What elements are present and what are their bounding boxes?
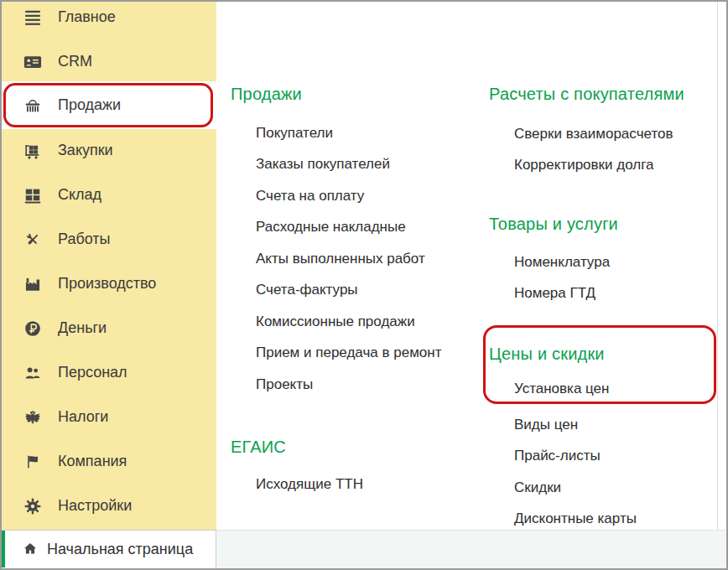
sidebar-item-jobs[interactable]: Работы xyxy=(2,217,216,262)
active-tab-accent xyxy=(2,531,5,567)
people-icon xyxy=(23,364,42,382)
menu-item-work-acts[interactable]: Акты выполненных работ xyxy=(256,243,441,275)
sidebar-item-label: Налоги xyxy=(58,395,108,439)
sidebar-item-label: Настройки xyxy=(58,484,132,528)
section-items-sales: Покупатели Заказы покупателей Счета на о… xyxy=(256,117,441,401)
crm-card-icon xyxy=(23,53,42,71)
basket-icon xyxy=(23,96,42,115)
menu-item-reconciliations[interactable]: Сверки взаиморасчетов xyxy=(514,118,673,150)
section-header-sales: Продажи xyxy=(231,79,302,109)
sidebar-item-settings[interactable]: Настройки xyxy=(2,484,216,528)
flag-icon xyxy=(23,453,42,471)
section-header-egais: ЕГАИС xyxy=(231,432,286,462)
cart-icon xyxy=(23,142,42,160)
home-page-label: Начальная страница xyxy=(47,531,193,567)
section-items-egais: Исходящие ТТН xyxy=(256,469,363,500)
sidebar-item-label: Продажи xyxy=(58,81,121,129)
taskbar-empty-area xyxy=(216,530,726,568)
sidebar-item-label: Производство xyxy=(58,262,156,306)
menu-item-commission-sales[interactable]: Комиссионные продажи xyxy=(256,306,441,338)
menu-item-gtd-numbers[interactable]: Номера ГТД xyxy=(514,278,610,310)
tools-icon xyxy=(23,231,42,249)
menu-item-invoices-for-payment[interactable]: Счета на оплату xyxy=(256,180,441,212)
factory-icon xyxy=(23,275,42,293)
menu-item-customer-orders[interactable]: Заказы покупателей xyxy=(256,149,441,181)
menu-icon xyxy=(23,8,42,27)
sidebar-item-warehouse[interactable]: Склад xyxy=(2,173,216,217)
sidebar-item-main[interactable]: Главное xyxy=(2,0,216,39)
sidebar-item-sales[interactable]: Продажи xyxy=(2,81,216,129)
app-window: Главное CRM Продажи Закупки Склад xyxy=(0,0,728,570)
menu-item-discounts[interactable]: Скидки xyxy=(514,472,637,504)
eagle-icon xyxy=(23,408,42,427)
menu-item-sales-invoices[interactable]: Расходные накладные xyxy=(256,212,441,244)
home-page-button[interactable]: Начальная страница xyxy=(2,530,216,568)
sidebar-item-staff[interactable]: Персонал xyxy=(2,350,216,395)
menu-item-debt-adjustments[interactable]: Корректировки долга xyxy=(514,150,673,182)
sidebar-item-purchases[interactable]: Закупки xyxy=(2,128,216,173)
sidebar-item-taxes[interactable]: Налоги xyxy=(2,395,216,439)
sidebar-item-label: Компания xyxy=(58,439,127,484)
sidebar: Главное CRM Продажи Закупки Склад xyxy=(2,2,216,530)
warehouse-icon xyxy=(23,186,42,205)
gear-icon xyxy=(23,497,42,516)
sidebar-item-label: Персонал xyxy=(58,350,127,395)
menu-item-nomenclature[interactable]: Номенклатура xyxy=(514,246,610,278)
footer-bar: Начальная страница xyxy=(2,530,726,568)
section-items-price-setting: Установка цен xyxy=(514,373,609,405)
home-icon xyxy=(22,541,39,557)
section-items-settlements: Сверки взаиморасчетов Корректировки долг… xyxy=(514,118,673,181)
section-items-goods-services: Номенклатура Номера ГТД xyxy=(514,246,610,309)
menu-item-price-types[interactable]: Виды цен xyxy=(514,409,637,441)
section-items-prices-discounts: Виды цен Прайс-листы Скидки Дисконтные к… xyxy=(514,409,637,535)
sidebar-item-label: CRM xyxy=(58,39,92,84)
section-menu-panel: Продажи Покупатели Заказы покупателей Сч… xyxy=(216,2,726,530)
sidebar-item-label: Работы xyxy=(58,217,111,262)
sidebar-item-money[interactable]: Деньги xyxy=(2,306,216,350)
panel-right-divider xyxy=(717,2,718,530)
section-header-goods-services: Товары и услуги xyxy=(489,209,618,239)
sidebar-item-label: Деньги xyxy=(58,306,107,350)
sidebar-item-label: Склад xyxy=(58,173,101,217)
menu-item-projects[interactable]: Проекты xyxy=(256,369,441,401)
menu-item-price-setting[interactable]: Установка цен xyxy=(514,373,609,405)
sidebar-item-crm[interactable]: CRM xyxy=(2,39,216,84)
section-header-prices-discounts: Цены и скидки xyxy=(489,339,605,369)
sidebar-item-company[interactable]: Компания xyxy=(2,439,216,484)
section-header-settlements: Расчеты с покупателями xyxy=(489,79,684,109)
menu-item-repair-transfer[interactable]: Прием и передача в ремонт xyxy=(256,338,441,370)
sidebar-item-production[interactable]: Производство xyxy=(2,262,216,306)
menu-item-buyers[interactable]: Покупатели xyxy=(256,117,441,149)
menu-item-tax-invoices[interactable]: Счета-фактуры xyxy=(256,275,441,307)
sidebar-item-label: Главное xyxy=(58,0,116,39)
menu-item-outgoing-ttn[interactable]: Исходящие ТТН xyxy=(256,469,363,500)
sidebar-item-label: Закупки xyxy=(58,128,113,173)
ruble-icon xyxy=(23,319,42,338)
menu-item-price-lists[interactable]: Прайс-листы xyxy=(514,441,637,473)
